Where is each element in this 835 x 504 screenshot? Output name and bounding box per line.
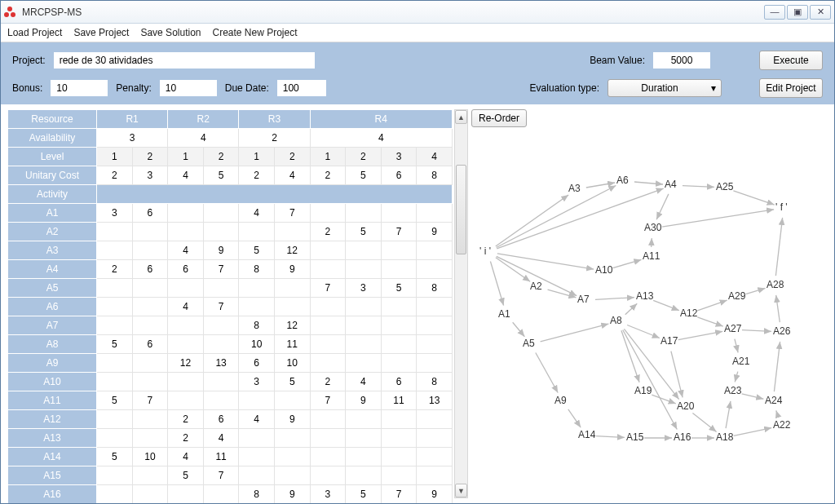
graph-node: A20	[677, 400, 694, 412]
svg-line-11	[683, 186, 714, 188]
svg-line-28	[652, 395, 675, 404]
table-scrollbar[interactable]: ▲ ▼	[454, 109, 468, 498]
graph-node: A12	[680, 307, 697, 319]
graph-node: A10	[595, 264, 612, 276]
graph-node: A19	[634, 385, 652, 396]
svg-line-4	[497, 188, 663, 249]
graph-node: A18	[716, 431, 733, 443]
penalty-input[interactable]	[160, 80, 217, 96]
graph-node: A3	[568, 183, 581, 194]
network-graph: ' i 'A1A2A3A4A5A6A7A8A9A10A11A12A13A14A1…	[471, 109, 828, 498]
svg-line-38	[776, 410, 778, 416]
graph-node: A17	[660, 335, 678, 347]
svg-line-17	[652, 238, 652, 247]
svg-line-2	[496, 195, 568, 246]
graph-node: A28	[767, 279, 784, 290]
graph-node: A24	[765, 395, 782, 406]
svg-line-40	[776, 295, 780, 322]
graph-node: A11	[643, 250, 660, 262]
svg-line-41	[775, 218, 782, 276]
svg-line-1	[496, 258, 530, 281]
svg-line-29	[692, 413, 716, 431]
graph-node: A7	[577, 294, 590, 305]
svg-line-25	[596, 436, 625, 438]
svg-line-21	[627, 325, 660, 338]
svg-line-39	[774, 342, 780, 391]
svg-line-13	[541, 324, 609, 342]
scroll-up-icon[interactable]: ▲	[455, 110, 467, 124]
edit-project-button[interactable]: Edit Project	[759, 78, 823, 98]
graph-node: A5	[523, 338, 535, 349]
bonus-input[interactable]	[51, 80, 108, 96]
svg-line-9	[586, 183, 615, 188]
svg-line-24	[568, 409, 581, 427]
svg-line-12	[656, 194, 669, 219]
svg-line-46	[742, 330, 771, 332]
minimize-button[interactable]: —	[764, 5, 785, 20]
eval-combo[interactable]: Duration ▾	[607, 79, 722, 97]
graph-node: A9	[554, 395, 567, 406]
svg-line-37	[726, 401, 731, 428]
graph-node: A1	[498, 308, 510, 320]
window-title: MRCPSP-MS	[22, 7, 764, 18]
eval-value: Duration	[608, 82, 711, 94]
graph-node: ' i '	[479, 245, 491, 257]
svg-line-31	[697, 317, 722, 326]
scroll-thumb[interactable]	[456, 165, 466, 254]
app-icon	[4, 6, 17, 19]
menu-save-solution[interactable]: Save Solution	[140, 27, 201, 38]
graph-node: A6	[616, 175, 629, 186]
svg-line-43	[733, 191, 774, 205]
graph-node: A16	[674, 431, 691, 443]
beam-input[interactable]	[653, 52, 710, 69]
project-label: Project:	[12, 55, 46, 66]
svg-line-19	[653, 300, 679, 310]
menu-create-new[interactable]: Create New Project	[213, 27, 298, 38]
graph-node: A8	[610, 315, 622, 326]
due-input[interactable]	[277, 80, 326, 96]
bonus-label: Bonus:	[12, 82, 42, 94]
graph-node: A2	[530, 281, 542, 292]
svg-line-7	[513, 322, 525, 337]
menu-bar: Load Project Save Project Save Solution …	[1, 24, 834, 42]
svg-line-16	[613, 259, 642, 267]
graph-node: A30	[644, 222, 661, 233]
graph-node: A4	[665, 179, 677, 190]
project-input[interactable]	[54, 52, 315, 69]
graph-node: A14	[578, 429, 595, 440]
graph-node: A26	[773, 325, 790, 337]
close-button[interactable]: ✕	[810, 5, 831, 20]
svg-line-33	[735, 339, 738, 353]
svg-line-32	[697, 300, 727, 311]
graph-node: A22	[773, 419, 790, 431]
svg-line-36	[734, 428, 772, 436]
graph-node: A21	[732, 356, 749, 367]
menu-load[interactable]: Load Project	[7, 27, 62, 38]
menu-save-project[interactable]: Save Project	[73, 27, 129, 38]
svg-line-0	[490, 261, 503, 305]
graph-node: A29	[728, 290, 745, 302]
graph-node: A23	[724, 385, 741, 396]
svg-line-42	[746, 288, 766, 294]
svg-line-18	[662, 210, 774, 227]
svg-line-30	[678, 331, 722, 339]
svg-line-15	[595, 298, 634, 300]
graph-node: A25	[716, 181, 733, 192]
svg-line-34	[735, 372, 738, 382]
due-label: Due Date:	[225, 82, 269, 94]
svg-line-3	[497, 186, 616, 248]
scroll-down-icon[interactable]: ▼	[455, 484, 467, 497]
beam-label: Beam Value:	[590, 55, 645, 66]
activity-table: ResourceR1R2R3R4Availability3424Level121…	[7, 109, 453, 498]
graph-node: A13	[636, 290, 653, 302]
penalty-label: Penalty:	[116, 82, 151, 94]
svg-line-20	[625, 303, 637, 315]
graph-node: A27	[724, 323, 741, 334]
graph-node: A15	[626, 431, 643, 443]
execute-button[interactable]: Execute	[759, 51, 823, 70]
svg-line-10	[634, 182, 663, 184]
svg-line-5	[497, 254, 594, 269]
svg-line-35	[742, 394, 764, 399]
maximize-button[interactable]: ▣	[787, 5, 808, 20]
graph-node: ' f '	[775, 201, 788, 213]
